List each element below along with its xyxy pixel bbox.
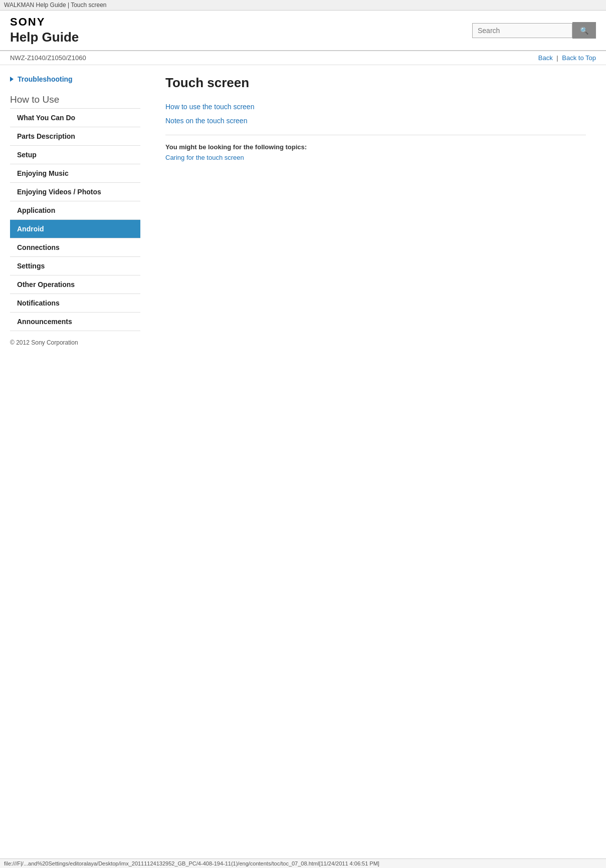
sidebar-item-enjoying-videos---photos[interactable]: Enjoying Videos / Photos xyxy=(10,183,140,201)
sidebar-item-setup[interactable]: Setup xyxy=(10,146,140,164)
sidebar-item-enjoying-music[interactable]: Enjoying Music xyxy=(10,164,140,183)
content-area: Touch screen How to use the touch screen… xyxy=(150,70,596,346)
sidebar-item-settings[interactable]: Settings xyxy=(10,257,140,275)
sony-logo: SONY xyxy=(10,16,79,29)
content-link-1[interactable]: Notes on the touch screen xyxy=(165,117,586,125)
sidebar-item-announcements[interactable]: Announcements xyxy=(10,313,140,331)
troubleshooting-label: Troubleshooting xyxy=(18,75,73,83)
sidebar-item-application[interactable]: Application xyxy=(10,201,140,220)
page-header: SONY Help Guide 🔍 xyxy=(0,11,606,51)
main-container: Troubleshooting How to Use What You Can … xyxy=(0,65,606,351)
sidebar-section-title: How to Use xyxy=(10,90,140,109)
troubleshooting-link[interactable]: Troubleshooting xyxy=(10,75,140,83)
sidebar-nav-items: What You Can DoParts DescriptionSetupEnj… xyxy=(10,109,140,331)
content-title: Touch screen xyxy=(165,75,586,94)
browser-title-text: WALKMAN Help Guide | Touch screen xyxy=(4,2,107,9)
sidebar-item-other-operations[interactable]: Other Operations xyxy=(10,275,140,294)
nav-separator: | xyxy=(556,54,558,62)
model-number: NWZ-Z1040/Z1050/Z1060 xyxy=(10,54,86,62)
sidebar-item-parts-description[interactable]: Parts Description xyxy=(10,127,140,146)
related-label: You might be looking for the following t… xyxy=(165,143,586,151)
nav-bar: NWZ-Z1040/Z1050/Z1060 Back | Back to Top xyxy=(0,51,606,65)
content-links-list: How to use the touch screenNotes on the … xyxy=(165,103,586,125)
related-section: You might be looking for the following t… xyxy=(165,135,586,161)
search-button[interactable]: 🔍 xyxy=(572,22,596,39)
sidebar-copyright: © 2012 Sony Corporation xyxy=(10,331,140,346)
help-guide-title: Help Guide xyxy=(10,30,79,45)
sidebar-troubleshooting-section: Troubleshooting xyxy=(10,70,140,90)
sidebar-item-notifications[interactable]: Notifications xyxy=(10,294,140,313)
sidebar-item-android[interactable]: Android xyxy=(10,220,140,238)
content-link-0[interactable]: How to use the touch screen xyxy=(165,103,586,111)
search-area: 🔍 xyxy=(472,22,596,39)
header-branding: SONY Help Guide xyxy=(10,16,79,45)
back-to-top-link[interactable]: Back to Top xyxy=(562,54,596,62)
sidebar-item-what-you-can-do[interactable]: What You Can Do xyxy=(10,109,140,127)
related-link-0[interactable]: Caring for the touch screen xyxy=(165,154,586,161)
chevron-right-icon xyxy=(10,77,14,82)
sidebar-item-connections[interactable]: Connections xyxy=(10,238,140,257)
sidebar: Troubleshooting How to Use What You Can … xyxy=(10,70,150,346)
search-input[interactable] xyxy=(472,23,572,38)
related-links-list: Caring for the touch screen xyxy=(165,154,586,161)
browser-title-bar: WALKMAN Help Guide | Touch screen xyxy=(0,0,606,11)
nav-links: Back | Back to Top xyxy=(538,54,596,62)
back-link[interactable]: Back xyxy=(538,54,553,62)
